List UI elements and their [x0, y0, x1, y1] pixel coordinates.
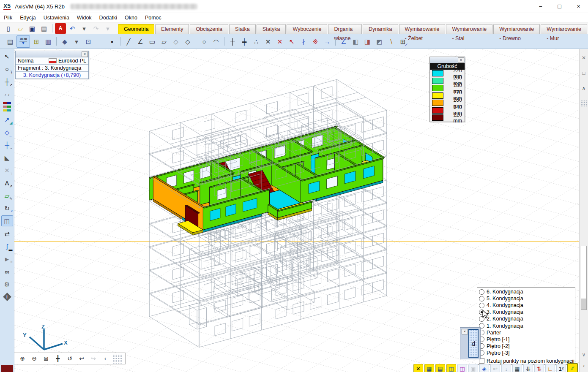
close-panel-button[interactable]: ✕ [580, 54, 588, 62]
floor-option[interactable]: 3. Kondygnacja [479, 309, 575, 315]
floor-option[interactable]: 6. Kondygnacja [479, 288, 575, 295]
tab-obciążenia[interactable]: Obciążenia [190, 24, 228, 34]
structural-grid-tool[interactable]: ┼∘ [1, 139, 13, 150]
storey-scrollbar[interactable] [581, 246, 587, 310]
storey-scrollbar-thumb[interactable] [581, 299, 586, 310]
intersection-tool[interactable]: ✕∖ [1, 165, 13, 176]
support-display-button[interactable]: ⇅ [534, 364, 544, 372]
drawing-library-button[interactable]: ◆ [59, 36, 70, 47]
maximize-button[interactable]: □ [550, 0, 569, 13]
workplane-tool[interactable]: ◇← [1, 127, 13, 138]
divide-by-plane-tool[interactable]: ╪ [239, 36, 250, 47]
floor-radio[interactable] [479, 289, 484, 295]
cut-line-tool[interactable]: ∤ [298, 36, 309, 47]
pdf-export-button[interactable]: A [55, 23, 66, 34]
expand-up-button[interactable]: ∧ [580, 84, 588, 92]
solid-intersect-tool[interactable]: ◩ [374, 36, 385, 47]
edit-bars-toggle[interactable]: ▤ [435, 364, 445, 372]
floor-option[interactable]: 4. Kondygnacja [479, 302, 575, 309]
line-tool[interactable]: ╱ [123, 36, 134, 47]
tab-wyboczenie[interactable]: Wyboczenie [287, 24, 327, 34]
settings-tool[interactable]: ⚙ [1, 279, 13, 290]
tab-dynamika[interactable]: Dynamika [363, 24, 398, 34]
rectangle-tool[interactable]: ▭ [147, 36, 158, 47]
layer-manager-button[interactable]: ▤ [5, 36, 16, 47]
storeys-tool[interactable]: ◫ [1, 215, 13, 226]
load-display-button[interactable]: ⇊ [523, 364, 533, 372]
menu-ustawienia[interactable]: Ustawienia [40, 14, 73, 22]
floor-radio[interactable] [479, 316, 484, 322]
floor-option[interactable]: 2. Kondygnacja [479, 315, 575, 322]
dimension-text-tool[interactable]: A↗ [1, 177, 13, 188]
plane-edit-tool[interactable]: ▱✎ [1, 190, 13, 201]
menu-plik[interactable]: Plik [0, 14, 16, 22]
tab-wymiarowanie-mur[interactable]: Wymiarowanie - Mur [541, 24, 587, 34]
menu-widok[interactable]: Widok [73, 14, 96, 22]
polygon-tool[interactable]: ◇ [170, 36, 181, 47]
solid-subtract-tool[interactable]: ◨ [362, 36, 373, 47]
legend-close-icon[interactable]: × [458, 57, 464, 63]
node-snap-toggle[interactable]: ✕ [413, 364, 423, 372]
polar-trace-button[interactable]: ↩ [490, 364, 500, 372]
closed-polygon-tool[interactable]: ◇ [182, 36, 193, 47]
collapse-toolbar-button[interactable]: ‹ [100, 354, 110, 364]
display-options-tool[interactable]: ∞ [1, 266, 13, 277]
floor-option[interactable]: Piętro [-1] [479, 336, 575, 343]
legend-titlebar[interactable]: × [430, 57, 465, 63]
tab-wymiarowanie-drewno[interactable]: Wymiarowanie - Drewno [493, 24, 540, 34]
tab-wymiarowanie-stal[interactable]: Wymiarowanie - Stal [446, 24, 492, 34]
cross-intersect-tool[interactable]: ※ [310, 36, 321, 47]
zoom-fit-button[interactable]: ⊠ [41, 354, 51, 364]
float-panel-button[interactable]: □ [580, 69, 588, 77]
info-tool[interactable]: i [1, 291, 13, 302]
delete-intersection-tool[interactable]: ✕ [263, 36, 273, 47]
guidelines-tool[interactable]: ◣ [1, 152, 13, 163]
floor-option[interactable]: Piętro [-2] [479, 343, 575, 350]
undo-history-dropdown[interactable]: ▾ [79, 23, 90, 34]
floor-radio[interactable] [479, 310, 484, 315]
storey-palette-close-icon[interactable]: × [462, 329, 468, 334]
edit-lines-tool[interactable]: ⇄ [1, 228, 13, 239]
tab-siatka[interactable]: Siatka [229, 24, 256, 34]
vertical-trace-button[interactable]: ↓ [501, 364, 511, 372]
report-maker-button[interactable]: ▥ [43, 36, 54, 47]
divide-line-tool[interactable]: ┼ [227, 36, 238, 47]
grid-display-button[interactable]: ▦ [512, 364, 522, 372]
extend-line-tool[interactable]: → [322, 36, 333, 47]
cursor-snap-button[interactable]: ◈ [479, 364, 489, 372]
views-tool[interactable]: ┼↗ [1, 76, 13, 87]
skewed-rectangle-tool[interactable]: ▱ [159, 36, 170, 47]
tab-geometria[interactable]: Geometria [118, 24, 154, 34]
insert-node-tool[interactable]: ∴ [251, 36, 262, 47]
perpendicular-tool[interactable]: ∠ [338, 36, 349, 47]
virtual-beam-tool[interactable]: ∫▬ [1, 241, 13, 252]
auto-intersect-toggle[interactable]: ∕∕ [567, 363, 578, 372]
drawing-library-dropdown[interactable]: ▾ [71, 36, 82, 47]
save-button[interactable]: ▣ [27, 23, 38, 34]
menu-edycja[interactable]: Edycja [16, 14, 40, 22]
pan-button[interactable]: ╋ [53, 354, 63, 364]
model-canvas[interactable]: × Norma Eurokod-PL Fragment : 3. Kondygn… [14, 49, 588, 372]
minimize-button[interactable]: − [531, 0, 550, 13]
move-node-tool[interactable]: ✕ [274, 36, 285, 47]
undo-view-button[interactable]: ↩ [77, 354, 87, 364]
translate-tool[interactable]: ↗◢ [1, 114, 13, 125]
tab-wymiarowanie-żelbet[interactable]: Wymiarowanie - Żelbet [399, 24, 446, 34]
workplane-toggle[interactable]: ◫ [446, 364, 456, 372]
node-tool[interactable]: ▪ [107, 36, 118, 47]
circle-tool[interactable]: ○ [199, 36, 210, 47]
new-model-button[interactable]: ▯ [3, 23, 14, 34]
info-panel-titlebar[interactable]: × [16, 51, 88, 57]
floor-option[interactable]: 5. Kondygnacja [479, 295, 575, 302]
table-browser-button[interactable]: ⊞ [31, 36, 42, 47]
tab-elementy[interactable]: Elementy [155, 24, 189, 34]
mesh-display-toggle[interactable]: ▦ [424, 364, 434, 372]
renumber-tool[interactable]: ↻² [1, 203, 13, 214]
floor-radio[interactable] [479, 296, 484, 301]
zoom-tool[interactable]: ○∖ [1, 63, 13, 74]
menu-okno[interactable]: Okno [121, 14, 141, 22]
floor-option[interactable]: Parter [479, 329, 575, 336]
tab-drgania-własne[interactable]: Drgania własne [328, 24, 362, 34]
rotate-view-button[interactable]: ↺ [65, 354, 75, 364]
geometry-check-tool[interactable]: ⊞✓ [397, 36, 408, 47]
